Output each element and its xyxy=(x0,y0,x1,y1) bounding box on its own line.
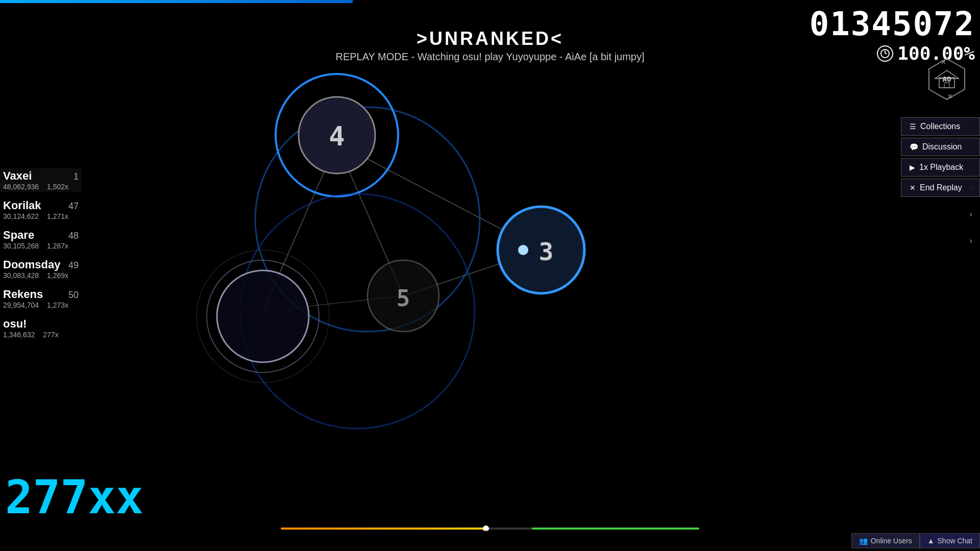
svg-point-13 xyxy=(368,260,439,332)
lb-rank-4: 49 xyxy=(68,260,79,271)
play-icon: ▶ xyxy=(910,163,915,171)
replay-info: REPLAY MODE - Watching osu! play Yuyoyup… xyxy=(335,51,644,63)
lb-rank-1: 1 xyxy=(74,171,79,182)
svg-text:5: 5 xyxy=(397,285,410,311)
leaderboard-entry-1: Vaxei 1 48,062,936 1,502x xyxy=(0,168,82,192)
chat-icon: ▲ xyxy=(927,537,935,545)
lb-score-2: 30,124,622 xyxy=(3,212,39,220)
discussion-button[interactable]: 💬 Discussion xyxy=(901,138,980,156)
lb-name-5: Rekens xyxy=(3,288,43,301)
combo-value: 277xx xyxy=(5,474,143,520)
lb-name-3: Spare xyxy=(3,229,34,242)
end-replay-button[interactable]: ✕ End Replay xyxy=(901,179,980,197)
svg-point-7 xyxy=(276,74,398,196)
end-replay-label: End Replay xyxy=(920,183,962,192)
hex-logo: AO xyxy=(924,56,970,102)
lb-combo-4: 1,269x xyxy=(47,271,68,280)
collections-label: Collections xyxy=(920,122,960,131)
lb-rank-5: 50 xyxy=(68,290,79,300)
lb-name-self: osu! xyxy=(3,317,27,331)
combo-display: 277xx xyxy=(5,474,143,520)
svg-text:3: 3 xyxy=(539,237,554,266)
svg-point-10 xyxy=(498,207,584,293)
svg-rect-26 xyxy=(944,83,949,88)
leaderboard-entry-5: Rekens 50 29,954,704 1,273x xyxy=(0,287,82,310)
lb-rank-3: 48 xyxy=(68,231,79,241)
discussion-label: Discussion xyxy=(922,142,962,152)
lb-name-1: Vaxei xyxy=(3,169,32,183)
lb-combo-self: 277x xyxy=(43,331,58,339)
lb-rank-2: 47 xyxy=(68,201,79,212)
leaderboard-entry-3: Spare 48 30,105,268 1,267x xyxy=(0,228,82,251)
svg-point-16 xyxy=(217,270,309,362)
progress-bar xyxy=(0,0,353,3)
timeline-played xyxy=(281,528,486,530)
online-users-icon: 👥 xyxy=(859,537,868,545)
lb-score-4: 30,083,428 xyxy=(3,271,39,280)
svg-text:4: 4 xyxy=(329,121,345,152)
lb-combo-1: 1,502x xyxy=(47,183,68,191)
playback-label: 1x Playback xyxy=(919,163,963,172)
svg-line-1 xyxy=(263,143,337,311)
svg-line-3 xyxy=(337,143,541,250)
svg-point-18 xyxy=(197,250,329,383)
timeline-scrubber[interactable] xyxy=(281,527,699,531)
lb-combo-2: 1,271x xyxy=(47,212,68,220)
leaderboard-entry-self: osu! 1,346,632 277x xyxy=(0,316,82,340)
svg-text:AO: AO xyxy=(943,75,951,83)
lb-score-5: 29,954,704 xyxy=(3,301,39,309)
bottom-bar: 👥 Online Users ▲ Show Chat xyxy=(0,531,980,551)
chevron-3[interactable]: › xyxy=(965,235,977,247)
online-users-label: Online Users xyxy=(871,537,912,545)
collections-button[interactable]: ☰ Collections xyxy=(901,117,980,136)
svg-line-5 xyxy=(263,296,403,311)
timeline-remaining xyxy=(532,528,699,530)
svg-point-6 xyxy=(255,107,480,332)
lb-score-1: 48,062,936 xyxy=(3,183,39,191)
score-display: 01345072 100.00% xyxy=(810,5,975,64)
svg-line-4 xyxy=(403,250,541,296)
leaderboard-entry-2: Korilak 47 30,124,622 1,271x xyxy=(0,198,82,221)
lb-name-2: Korilak xyxy=(3,199,41,212)
playback-button[interactable]: ▶ 1x Playback xyxy=(901,158,980,177)
end-icon: ✕ xyxy=(910,184,916,192)
lb-name-4: Doomsday xyxy=(3,258,60,271)
game-area: 4 3 5 xyxy=(0,0,980,551)
score-value: 01345072 xyxy=(810,5,975,43)
lb-combo-5: 1,273x xyxy=(47,301,68,309)
svg-point-17 xyxy=(207,260,319,372)
timeline-track xyxy=(281,528,699,530)
svg-line-2 xyxy=(337,143,403,296)
show-chat-label: Show Chat xyxy=(938,537,972,545)
leaderboard: Vaxei 1 48,062,936 1,502x Korilak 47 30,… xyxy=(0,168,82,346)
discussion-icon: 💬 xyxy=(910,143,918,151)
leaderboard-entry-4: Doomsday 49 30,083,428 1,269x xyxy=(0,257,82,281)
right-panel: ☰ Collections 💬 Discussion ▶ 1x Playback… xyxy=(888,117,980,197)
chevron-2[interactable]: › xyxy=(965,208,977,220)
svg-point-11 xyxy=(518,245,528,255)
accuracy-icon xyxy=(877,45,893,62)
show-chat-button[interactable]: ▲ Show Chat xyxy=(920,533,980,548)
svg-point-15 xyxy=(240,194,475,429)
collections-icon: ☰ xyxy=(910,122,916,131)
lb-score-3: 30,105,268 xyxy=(3,242,39,250)
svg-point-8 xyxy=(299,97,375,173)
online-users-button[interactable]: 👥 Online Users xyxy=(851,533,920,548)
lb-combo-3: 1,267x xyxy=(47,242,68,250)
lb-score-self: 1,346,632 xyxy=(3,331,35,339)
unranked-label: >UNRANKED< xyxy=(416,28,564,49)
